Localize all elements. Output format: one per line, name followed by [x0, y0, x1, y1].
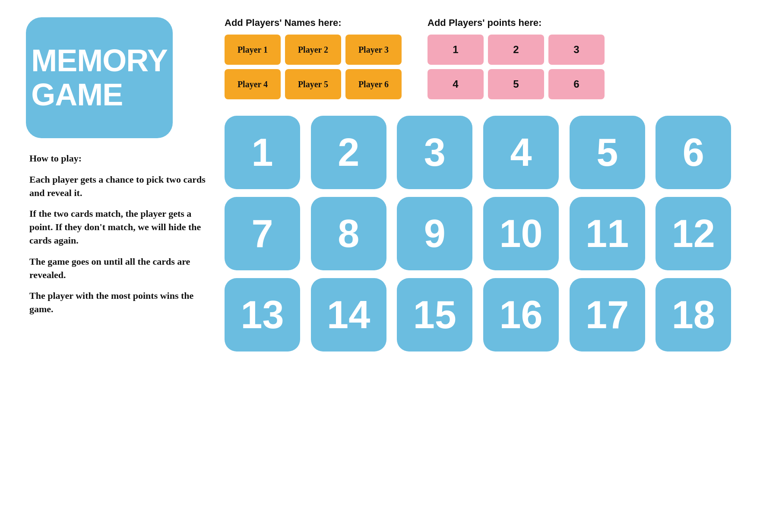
card-14[interactable]: 14: [311, 278, 386, 352]
players-label: Add Players' Names here:: [225, 17, 402, 28]
card-11[interactable]: 11: [570, 197, 645, 270]
player-6-cell[interactable]: Player 6: [345, 69, 402, 99]
points-4-cell[interactable]: 4: [428, 69, 484, 99]
right-column: Add Players' Names here: Player 1 Player…: [225, 17, 734, 515]
points-2-cell[interactable]: 2: [488, 35, 544, 65]
points-5-cell[interactable]: 5: [488, 69, 544, 99]
player-5-cell[interactable]: Player 5: [285, 69, 341, 99]
player-3-cell[interactable]: Player 3: [345, 35, 402, 65]
points-label: Add Players' points here:: [428, 17, 605, 28]
instructions-step-3: The game goes on until all the cards are…: [29, 255, 207, 282]
left-column: MEMORY GAME How to play: Each player get…: [26, 17, 207, 515]
player-4-cell[interactable]: Player 4: [225, 69, 281, 99]
card-12[interactable]: 12: [656, 197, 731, 270]
card-8[interactable]: 8: [311, 197, 386, 270]
instructions-title: How to play:: [29, 152, 207, 165]
card-6[interactable]: 6: [656, 116, 731, 189]
card-9[interactable]: 9: [397, 197, 472, 270]
player-grid: Player 1 Player 2 Player 3 Player 4 Play…: [225, 35, 402, 99]
instructions-step-1: Each player gets a chance to pick two ca…: [29, 173, 207, 200]
points-1-cell[interactable]: 1: [428, 35, 484, 65]
card-17[interactable]: 17: [570, 278, 645, 352]
card-2[interactable]: 2: [311, 116, 386, 189]
logo-text: MEMORY GAME: [31, 44, 167, 112]
instructions-section: How to play: Each player gets a chance t…: [26, 152, 207, 316]
player-2-cell[interactable]: Player 2: [285, 35, 341, 65]
scoreboard: Add Players' Names here: Player 1 Player…: [225, 17, 734, 99]
player-1-cell[interactable]: Player 1: [225, 35, 281, 65]
card-grid: 123456789101112131415161718: [225, 111, 734, 352]
card-3[interactable]: 3: [397, 116, 472, 189]
instructions-step-2: If the two cards match, the player gets …: [29, 207, 207, 247]
points-3-cell[interactable]: 3: [548, 35, 605, 65]
instructions-step-4: The player with the most points wins the…: [29, 289, 207, 316]
card-13[interactable]: 13: [225, 278, 300, 352]
card-7[interactable]: 7: [225, 197, 300, 270]
card-4[interactable]: 4: [483, 116, 559, 189]
card-10[interactable]: 10: [483, 197, 559, 270]
card-5[interactable]: 5: [570, 116, 645, 189]
card-16[interactable]: 16: [483, 278, 559, 352]
points-group: Add Players' points here: 1 2 3 4 5 6: [428, 17, 605, 99]
card-1[interactable]: 1: [225, 116, 300, 189]
points-grid: 1 2 3 4 5 6: [428, 35, 605, 99]
card-15[interactable]: 15: [397, 278, 472, 352]
points-6-cell[interactable]: 6: [548, 69, 605, 99]
logo-box: MEMORY GAME: [26, 17, 173, 138]
card-18[interactable]: 18: [656, 278, 731, 352]
players-group: Add Players' Names here: Player 1 Player…: [225, 17, 402, 99]
